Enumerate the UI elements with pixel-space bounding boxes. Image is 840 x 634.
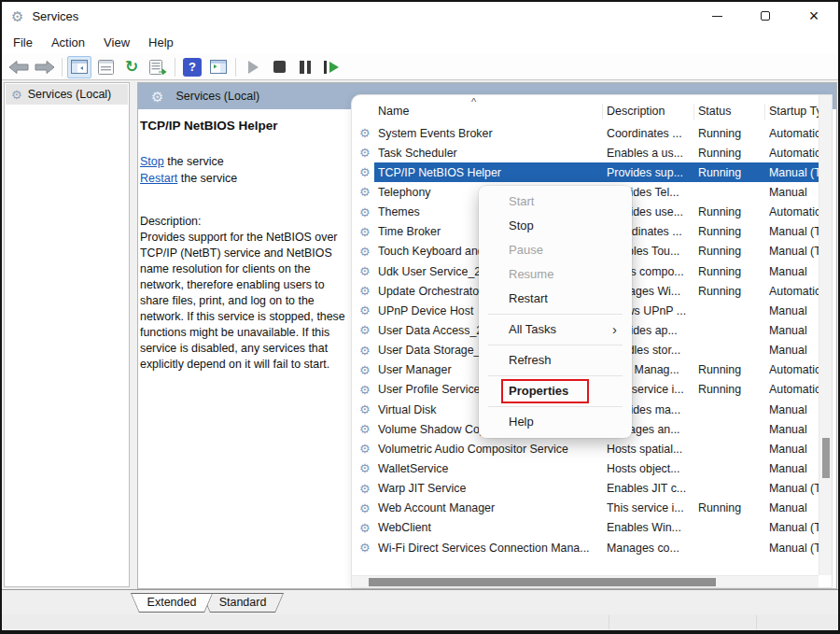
start-service-button[interactable] bbox=[241, 56, 265, 78]
column-divider[interactable] bbox=[693, 104, 694, 120]
list-column-headers: ^ Name Description Status Startup Ty bbox=[352, 95, 832, 123]
service-name: WebClient bbox=[378, 521, 607, 534]
menu-action[interactable]: Action bbox=[51, 35, 85, 49]
context-menu-item-help[interactable]: Help bbox=[479, 410, 632, 434]
service-row[interactable]: ⚙TCP/IP NetBIOS HelperProvides sup...Run… bbox=[352, 162, 819, 182]
sort-ascending-icon: ^ bbox=[471, 96, 476, 107]
refresh-button[interactable]: ↻ bbox=[119, 56, 144, 78]
service-row[interactable]: ⚙WebClientEnables Win...Manual (Trigger … bbox=[352, 518, 819, 538]
help-icon: ? bbox=[183, 58, 202, 77]
status-bar-divider bbox=[609, 615, 609, 629]
minimize-button[interactable] bbox=[693, 2, 741, 30]
service-name: System Events Broker bbox=[378, 127, 607, 140]
vertical-scrollbar[interactable] bbox=[819, 95, 832, 575]
service-description-cell: Coordinates ... bbox=[607, 127, 698, 140]
restart-service-button[interactable] bbox=[319, 56, 343, 78]
services-window: ⚙ Services × File Action View Help ↻ bbox=[0, 0, 840, 634]
service-row[interactable]: ⚙Web Account ManagerThis service i...Run… bbox=[352, 499, 819, 518]
forward-button[interactable] bbox=[33, 56, 57, 78]
service-gear-icon: ⚙ bbox=[352, 265, 378, 277]
column-header-startup-type[interactable]: Startup Ty bbox=[769, 105, 822, 118]
horizontal-scrollbar-thumb[interactable] bbox=[369, 578, 716, 586]
toolbar: ↻ ? bbox=[2, 54, 838, 80]
service-gear-icon: ⚙ bbox=[352, 443, 378, 455]
tree-item-services-local[interactable]: ⚙ Services (Local) bbox=[6, 84, 128, 105]
service-startup-type: Automatic bbox=[769, 383, 819, 396]
tab-extended[interactable]: Extended bbox=[131, 593, 213, 613]
minimize-icon bbox=[712, 16, 722, 17]
service-row[interactable]: ⚙Volumetric Audio Compositor ServiceHost… bbox=[352, 439, 819, 458]
service-row[interactable]: ⚙WalletServiceHosts object...Manual bbox=[352, 458, 819, 478]
service-gear-icon: ⚙ bbox=[352, 324, 378, 336]
properties-button[interactable] bbox=[93, 56, 118, 78]
tab-standard[interactable]: Standard bbox=[202, 593, 284, 613]
menu-file[interactable]: File bbox=[13, 35, 33, 49]
main-area: ⚙ Services (Local) ⚙ Services (Local) TC… bbox=[2, 80, 838, 589]
service-row[interactable]: ⚙System Events BrokerCoordinates ...Runn… bbox=[352, 123, 819, 143]
restart-service-suffix: the service bbox=[177, 172, 237, 185]
restart-service-link[interactable]: Restart bbox=[140, 172, 177, 185]
column-divider[interactable] bbox=[602, 104, 603, 120]
stop-service-link[interactable]: Stop bbox=[140, 155, 164, 168]
pause-service-button[interactable] bbox=[293, 56, 317, 78]
close-button[interactable]: × bbox=[790, 2, 838, 30]
refresh-icon: ↻ bbox=[125, 59, 138, 75]
properties-icon bbox=[98, 60, 114, 75]
context-menu-item-all-tasks[interactable]: All Tasks› bbox=[479, 317, 632, 342]
service-row[interactable]: ⚙Warp JIT ServiceEnables JIT c...Manual … bbox=[352, 479, 819, 499]
tab-label: Extended bbox=[131, 596, 213, 609]
service-startup-type: Manual bbox=[769, 186, 819, 199]
service-row[interactable]: ⚙Wi-Fi Direct Services Connection Mana..… bbox=[352, 538, 819, 557]
submenu-arrow-icon: › bbox=[612, 317, 617, 342]
stop-service-icon bbox=[273, 61, 286, 73]
selected-service-title: TCP/IP NetBIOS Helper bbox=[140, 119, 349, 133]
service-description-cell: Enables Win... bbox=[607, 521, 698, 534]
service-status: Running bbox=[698, 205, 769, 218]
show-console-tree-button[interactable] bbox=[67, 56, 91, 78]
description-label: Description: bbox=[140, 214, 349, 230]
service-startup-type: Manual (Trigger Start) bbox=[769, 245, 819, 258]
service-startup-type: Automatic bbox=[769, 285, 819, 298]
column-header-description[interactable]: Description bbox=[607, 105, 665, 118]
menu-help[interactable]: Help bbox=[148, 35, 174, 49]
column-divider[interactable] bbox=[764, 104, 765, 120]
title-bar: ⚙ Services × bbox=[2, 2, 838, 30]
context-menu-item-properties[interactable]: Properties bbox=[479, 379, 632, 403]
column-header-status[interactable]: Status bbox=[698, 105, 731, 118]
service-status: Running bbox=[698, 225, 769, 238]
service-startup-type: Manual bbox=[769, 265, 819, 278]
tab-label: Standard bbox=[202, 596, 284, 609]
context-menu-separator bbox=[488, 375, 623, 376]
export-list-icon bbox=[149, 60, 167, 75]
help-button[interactable]: ? bbox=[180, 56, 204, 78]
column-header-name[interactable]: Name bbox=[378, 105, 409, 118]
stop-service-button[interactable] bbox=[267, 56, 291, 78]
stop-service-line: Stop the service bbox=[140, 154, 349, 171]
service-name: Warp JIT Service bbox=[378, 482, 607, 495]
maximize-button[interactable] bbox=[741, 2, 790, 30]
export-list-button[interactable] bbox=[146, 56, 170, 78]
service-gear-icon: ⚙ bbox=[352, 502, 378, 514]
service-startup-type: Manual bbox=[769, 423, 819, 436]
context-menu-item-stop[interactable]: Stop bbox=[479, 214, 632, 238]
service-startup-type: Automatic bbox=[769, 127, 819, 140]
service-startup-type: Manual (Trigger Start) bbox=[769, 521, 819, 534]
service-status: Running bbox=[698, 363, 769, 376]
horizontal-scrollbar[interactable] bbox=[352, 575, 819, 587]
show-action-pane-button[interactable] bbox=[206, 56, 231, 78]
service-name: Task Scheduler bbox=[378, 147, 607, 160]
back-button[interactable] bbox=[7, 56, 31, 78]
context-menu-item-restart[interactable]: Restart bbox=[479, 287, 632, 311]
vertical-scrollbar-thumb[interactable] bbox=[822, 438, 830, 478]
service-startup-type: Automatic bbox=[769, 205, 819, 218]
menu-view[interactable]: View bbox=[104, 35, 130, 49]
context-menu-item-start: Start bbox=[479, 190, 632, 214]
service-row[interactable]: ⚙Task SchedulerEnables a us...RunningAut… bbox=[352, 143, 819, 162]
service-gear-icon: ⚙ bbox=[352, 345, 378, 357]
service-status: Running bbox=[698, 127, 769, 140]
service-action-links: Stop the service Restart the service bbox=[140, 154, 349, 187]
service-startup-type: Manual bbox=[769, 403, 819, 416]
service-name: WalletService bbox=[378, 462, 607, 475]
context-menu-item-refresh[interactable]: Refresh bbox=[479, 348, 632, 373]
status-bar bbox=[2, 614, 838, 630]
